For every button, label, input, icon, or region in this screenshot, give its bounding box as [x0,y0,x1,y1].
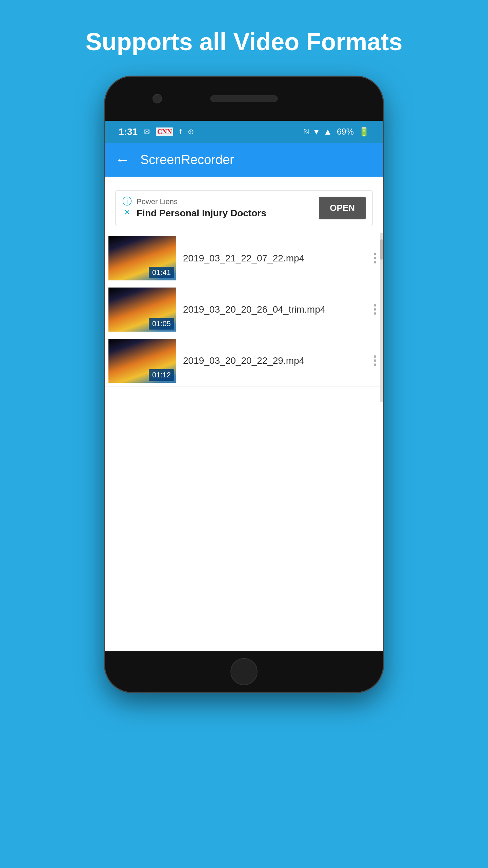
app-bar-title: ScreenRecorder [140,153,234,167]
video-list: 01:41 2019_03_21_22_07_22.mp4 01:05 [105,233,383,387]
ad-banner: ⓘ ✕ Power Liens Find Personal Injury Doc… [115,190,373,226]
ad-source: Power Liens [137,197,266,207]
phone-top-bezel [105,77,383,121]
more-options-3[interactable] [374,355,376,366]
back-button[interactable]: ← [115,151,130,168]
duration-badge-3: 01:12 [149,369,174,381]
phone-frame: 1:31 ✉ CNN f ⊕ ℕ ▾ ▲ 69% 🔋 ← ScreenRecor… [105,77,383,692]
status-time: 1:31 [119,126,138,137]
ad-icons-col: ⓘ ✕ [122,197,132,217]
app-bar: ← ScreenRecorder [105,143,383,177]
wifi-icon: ▾ [314,126,319,137]
back-arrow-icon: ← [115,151,130,168]
more-options-1[interactable] [374,253,376,263]
video-item[interactable]: 01:05 2019_03_20_20_26_04_trim.mp4 [105,284,383,335]
duration-badge-2: 01:05 [149,318,174,330]
video-filename-1: 2019_03_21_22_07_22.mp4 [183,253,367,264]
battery-icon: 🔋 [359,126,369,137]
phone-mockup: 1:31 ✉ CNN f ⊕ ℕ ▾ ▲ 69% 🔋 ← ScreenRecor… [105,77,383,692]
video-item[interactable]: 01:41 2019_03_21_22_07_22.mp4 [105,233,383,284]
status-bar: 1:31 ✉ CNN f ⊕ ℕ ▾ ▲ 69% 🔋 [105,121,383,143]
ad-headline: Find Personal Injury Doctors [137,207,266,219]
home-button[interactable] [230,658,258,685]
shield-icon: ⊕ [188,127,194,136]
video-item[interactable]: 01:12 2019_03_20_20_22_29.mp4 [105,335,383,387]
ad-close-icon[interactable]: ✕ [124,208,130,217]
battery-percent: 69% [337,127,354,137]
ad-open-button[interactable]: OPEN [319,197,366,219]
phone-bottom-bezel [105,651,383,692]
phone-speaker [210,95,278,102]
msg-icon: ✉ [144,127,150,136]
video-thumbnail-1: 01:41 [108,236,176,280]
signal-icon: ▲ [323,126,332,137]
more-options-2[interactable] [374,304,376,315]
ad-left: ⓘ ✕ Power Liens Find Personal Injury Doc… [122,197,266,219]
facebook-icon: f [179,127,181,136]
page-title: Supports all Video Formats [59,27,430,56]
scrollbar-thumb[interactable] [380,239,383,260]
duration-badge-1: 01:41 [149,267,174,278]
nfc-icon: ℕ [303,127,309,136]
video-filename-2: 2019_03_20_20_26_04_trim.mp4 [183,304,367,315]
video-thumbnail-3: 01:12 [108,339,176,383]
scrollbar-track [380,233,383,402]
status-left: 1:31 ✉ CNN f ⊕ [119,126,194,137]
status-right: ℕ ▾ ▲ 69% 🔋 [303,126,369,137]
ad-info-icon: ⓘ [122,197,132,206]
ad-text-col: Power Liens Find Personal Injury Doctors [137,197,266,219]
video-thumbnail-2: 01:05 [108,288,176,332]
video-filename-3: 2019_03_20_20_22_29.mp4 [183,355,367,366]
cnn-icon: CNN [156,127,173,136]
phone-camera [152,94,162,103]
screen-content: ⓘ ✕ Power Liens Find Personal Injury Doc… [105,177,383,651]
